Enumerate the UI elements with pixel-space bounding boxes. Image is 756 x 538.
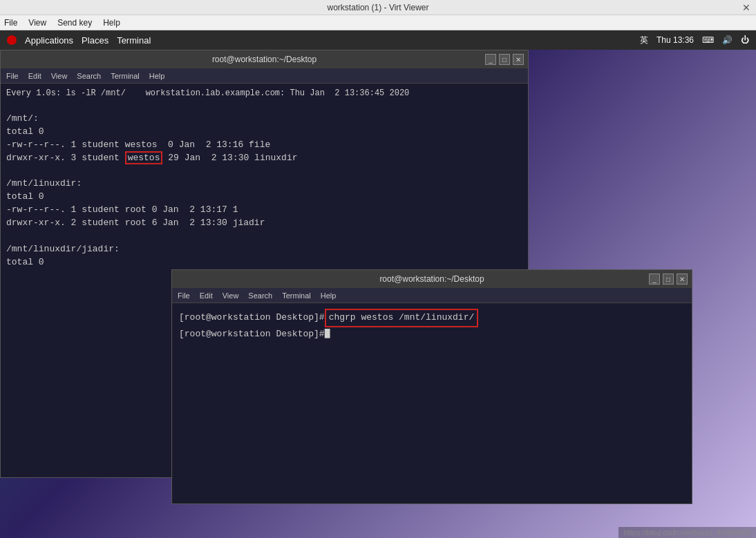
clock: Thu 13:36 bbox=[656, 35, 694, 45]
terminal1-line-blank2 bbox=[6, 165, 522, 178]
terminal1-line-mnt: /mnt/: bbox=[6, 113, 522, 126]
t2-menu-view[interactable]: View bbox=[223, 291, 239, 300]
terminal2-line1: [root@workstation Desktop]# chgrp westos… bbox=[179, 309, 685, 327]
terminal2-title-bar: root@workstation:~/Desktop _ □ ✕ bbox=[172, 270, 692, 288]
terminal1-line-blank3 bbox=[6, 230, 522, 243]
fedora-icon bbox=[7, 35, 17, 45]
westos-highlight: westos bbox=[125, 151, 163, 164]
app-title: workstation (1) - Virt Viewer bbox=[328, 3, 429, 12]
t1-menu-help[interactable]: Help bbox=[149, 72, 165, 80]
t1-menu-file[interactable]: File bbox=[6, 72, 19, 80]
t2-menu-terminal[interactable]: Terminal bbox=[282, 291, 311, 300]
minimize-button[interactable]: _ bbox=[485, 54, 496, 65]
app-menu-bar: File View Send key Help bbox=[0, 15, 756, 30]
terminal1-line-linuxdir: drwxr-xr-x. 3 student westos 29 Jan 2 13… bbox=[6, 152, 522, 165]
terminal1-line-total0: total 0 bbox=[6, 126, 522, 139]
terminal-window-2: root@workstation:~/Desktop _ □ ✕ File Ed… bbox=[171, 269, 692, 504]
menu-sendkey[interactable]: Send key bbox=[57, 18, 92, 28]
terminal1-controls[interactable]: _ □ ✕ bbox=[485, 54, 524, 65]
t2-maximize-button[interactable]: □ bbox=[663, 273, 674, 285]
t2-prompt1: [root@workstation Desktop]# bbox=[179, 312, 325, 323]
t1-menu-view[interactable]: View bbox=[51, 72, 68, 80]
t2-menu-help[interactable]: Help bbox=[321, 291, 337, 300]
app-title-bar: workstation (1) - Virt Viewer ✕ bbox=[0, 0, 756, 15]
url-bar: https://blog.csdn.net/baidu_40389082 bbox=[618, 527, 756, 538]
gnome-top-bar: Applications Places Terminal 英 Thu 13:36… bbox=[0, 30, 756, 50]
terminal1-line-total0b: total 0 bbox=[6, 191, 522, 204]
t2-minimize-button[interactable]: _ bbox=[649, 273, 660, 285]
terminal2-menu-bar: File Edit View Search Terminal Help bbox=[172, 288, 692, 303]
terminal1-title: root@workstation:~/Desktop bbox=[212, 55, 316, 64]
desktop: root@workstation:~/Desktop _ □ ✕ File Ed… bbox=[0, 50, 756, 538]
close-icon[interactable]: ✕ bbox=[742, 2, 750, 13]
keyboard-icon: ⌨ bbox=[702, 35, 714, 45]
terminal2-title: root@workstation:~/Desktop bbox=[379, 274, 484, 284]
terminal1-line-mntlinux: /mnt/linuxdir: bbox=[6, 177, 522, 191]
t1-menu-edit[interactable]: Edit bbox=[28, 72, 41, 80]
t2-cmd-highlight: chgrp westos /mnt/linuxdir/ bbox=[325, 309, 479, 327]
terminal-menu[interactable]: Terminal bbox=[117, 35, 151, 46]
terminal1-line-jiadir: drwxr-xr-x. 2 student root 6 Jan 2 13:30… bbox=[6, 217, 522, 230]
t2-menu-search[interactable]: Search bbox=[248, 291, 272, 300]
terminal1-line-0: Every 1.0s: ls -lR /mnt/ workstation.lab… bbox=[6, 88, 522, 99]
t1-menu-terminal[interactable]: Terminal bbox=[111, 72, 140, 80]
volume-icon: 🔊 bbox=[722, 35, 733, 45]
t2-menu-edit[interactable]: Edit bbox=[200, 291, 213, 300]
t1-menu-search[interactable]: Search bbox=[77, 72, 101, 80]
menu-help[interactable]: Help bbox=[103, 18, 120, 28]
terminal2-line2: [root@workstation Desktop]#█ bbox=[179, 327, 685, 342]
terminal1-line-total0c: total 0 bbox=[6, 256, 522, 269]
terminal1-line-file: -rw-r--r--. 1 student westos 0 Jan 2 13:… bbox=[6, 139, 522, 152]
maximize-button[interactable]: □ bbox=[499, 54, 510, 65]
terminal2-body[interactable]: [root@workstation Desktop]# chgrp westos… bbox=[172, 303, 692, 503]
menu-view[interactable]: View bbox=[28, 18, 46, 28]
menu-file[interactable]: File bbox=[4, 18, 17, 28]
terminal1-line-1: -rw-r--r--. 1 student root 0 Jan 2 13:17… bbox=[6, 204, 522, 217]
terminal1-menu-bar: File Edit View Search Terminal Help bbox=[1, 68, 528, 84]
terminal1-line-jiadirpath: /mnt/linuxdir/jiadir: bbox=[6, 243, 522, 256]
t2-menu-file[interactable]: File bbox=[178, 291, 190, 300]
applications-menu[interactable]: Applications bbox=[25, 35, 73, 46]
t2-prompt2: [root@workstation Desktop]# bbox=[179, 329, 325, 339]
terminal2-controls[interactable]: _ □ ✕ bbox=[649, 273, 688, 285]
gnome-left-area: Applications Places Terminal bbox=[7, 35, 151, 46]
t2-close-button[interactable]: ✕ bbox=[677, 273, 688, 285]
terminal1-line-blank1 bbox=[6, 99, 522, 113]
url-text: https://blog.csdn.net/baidu_40389082 bbox=[624, 528, 750, 537]
terminal1-title-bar: root@workstation:~/Desktop _ □ ✕ bbox=[1, 50, 528, 68]
language-indicator: 英 bbox=[640, 35, 648, 46]
places-menu[interactable]: Places bbox=[82, 35, 108, 46]
close-button[interactable]: ✕ bbox=[513, 54, 524, 65]
gnome-right-area: 英 Thu 13:36 ⌨ 🔊 ⏻ bbox=[640, 35, 749, 46]
t2-cursor: █ bbox=[325, 329, 330, 339]
power-icon[interactable]: ⏻ bbox=[741, 35, 749, 45]
